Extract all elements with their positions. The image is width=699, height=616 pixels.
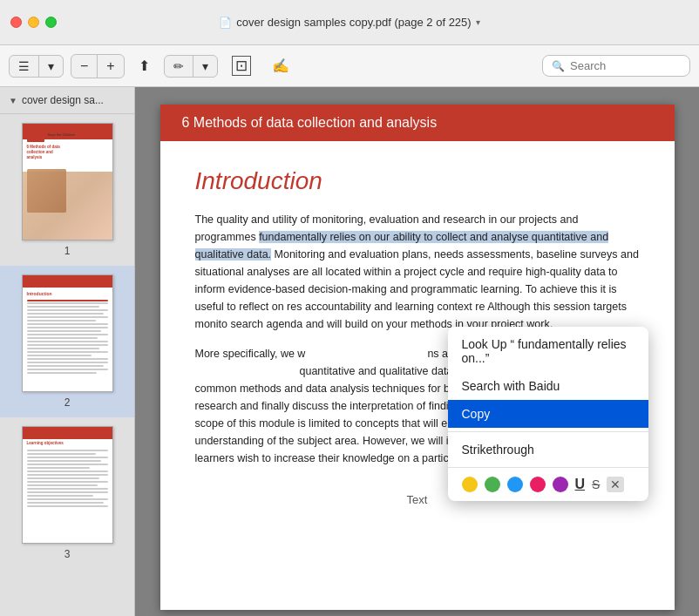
sidebar-title: cover design sa...: [22, 94, 104, 106]
thumb-2-intro: Introduction: [27, 291, 52, 296]
annotate-icon: ✍: [272, 58, 289, 74]
context-copy[interactable]: Copy: [448, 400, 648, 428]
window-title-text: cover design samples copy.pdf (page 2 of…: [236, 16, 471, 29]
main-area: ▼ cover design sa... Save the Children 6…: [0, 87, 699, 616]
highlighted-text-1: fundamentally relies on our ability to c…: [195, 231, 609, 261]
context-search-baidu[interactable]: Search with Baidu: [448, 372, 648, 400]
thumb-2-content: [27, 300, 108, 376]
zoom-out-icon: −: [80, 58, 88, 74]
no-style-button[interactable]: ✕: [607, 477, 624, 492]
context-lookup[interactable]: Look Up “ fundamentally relies on...”: [448, 330, 648, 372]
traffic-lights: [10, 17, 57, 28]
intro-title: Introduction: [195, 167, 640, 195]
window-title: 📄 cover design samples copy.pdf (page 2 …: [219, 16, 479, 29]
color-purple[interactable]: [553, 477, 568, 492]
thumb-3-content: [27, 450, 108, 509]
page-header-bar: 6 Methods of data collection and analysi…: [160, 105, 675, 141]
color-green[interactable]: [485, 477, 500, 492]
thumbnail-3-image: Learning objectives: [22, 426, 113, 544]
sidebar-chevron-button[interactable]: ▾: [39, 56, 63, 77]
zoom-out-button[interactable]: −: [71, 55, 98, 78]
color-yellow[interactable]: [462, 477, 478, 492]
context-divider-2: [448, 467, 648, 468]
thumbnail-1-label: 1: [64, 245, 71, 257]
annotate-button[interactable]: ✍: [265, 54, 296, 78]
pdf-file-icon: 📄: [219, 17, 232, 29]
thumbnail-page-3[interactable]: Learning objectives: [0, 417, 134, 569]
sidebar-header[interactable]: ▼ cover design sa...: [0, 87, 134, 114]
context-menu: Look Up “ fundamentally relies on...” Se…: [448, 327, 648, 501]
paragraph-1: The quality and utility of monitoring, e…: [195, 211, 640, 333]
markup-group: ✏ ▾: [164, 55, 218, 78]
title-chevron-icon[interactable]: ▾: [476, 17, 480, 27]
share-icon: ⬆: [139, 58, 150, 74]
thumb-3-banner: [23, 427, 112, 439]
toolbar: ☰ ▾ − + ⬆ ✏ ▾ ⊡ ✍ 🔍: [0, 45, 699, 87]
pdf-viewer[interactable]: 6 Methods of data collection and analysi…: [135, 87, 699, 616]
pencil-icon: ✏: [173, 59, 184, 73]
context-divider-1: [448, 431, 648, 432]
chevron-down-icon: ▾: [48, 59, 54, 73]
sidebar-toggle-button[interactable]: ☰: [10, 56, 39, 77]
title-bar: 📄 cover design samples copy.pdf (page 2 …: [0, 0, 699, 45]
color-pink[interactable]: [530, 477, 546, 492]
markup-chevron-icon: ▾: [202, 59, 208, 73]
close-button[interactable]: [10, 17, 22, 28]
thumbnail-2-label: 2: [64, 396, 71, 409]
thumb-2-banner: [23, 275, 112, 288]
zoom-group: − +: [71, 54, 125, 78]
thumbnail-page-2[interactable]: Introduction: [0, 266, 134, 417]
underline-button[interactable]: U: [575, 477, 586, 492]
thumbnail-2-image: Introduction: [22, 274, 113, 392]
zoom-in-button[interactable]: +: [98, 55, 123, 78]
search-input[interactable]: [570, 59, 681, 72]
sidebar-collapse-icon: ▼: [9, 96, 17, 105]
sidebar-toggle-group: ☰ ▾: [9, 55, 64, 78]
thumbnail-3-label: 3: [64, 548, 71, 560]
highlight-colors-row: U S ✕: [448, 471, 648, 498]
thumbnail-1-image: Save the Children 6 Methods of datacolle…: [22, 123, 113, 240]
sidebar-icon: ☰: [18, 59, 30, 73]
strikethrough-button[interactable]: S: [592, 477, 600, 491]
context-strikethrough[interactable]: Strikethrough: [448, 436, 648, 464]
share-button[interactable]: ⬆: [132, 54, 157, 78]
fullscreen-button[interactable]: [45, 17, 57, 28]
search-box[interactable]: 🔍: [542, 55, 690, 77]
thumbnail-page-1[interactable]: Save the Children 6 Methods of datacolle…: [0, 114, 134, 266]
fit-page-icon: ⊡: [232, 56, 251, 76]
pdf-page: 6 Methods of data collection and analysi…: [160, 105, 675, 610]
color-blue[interactable]: [507, 477, 523, 492]
zoom-in-icon: +: [106, 58, 114, 74]
page-header-text: 6 Methods of data collection and analysi…: [182, 115, 438, 131]
markup-chevron-button[interactable]: ▾: [193, 56, 217, 77]
sidebar: ▼ cover design sa... Save the Children 6…: [0, 87, 135, 616]
fit-page-button[interactable]: ⊡: [225, 52, 258, 79]
markup-button[interactable]: ✏: [165, 56, 193, 77]
search-icon: 🔍: [552, 60, 565, 72]
minimize-button[interactable]: [28, 17, 39, 28]
